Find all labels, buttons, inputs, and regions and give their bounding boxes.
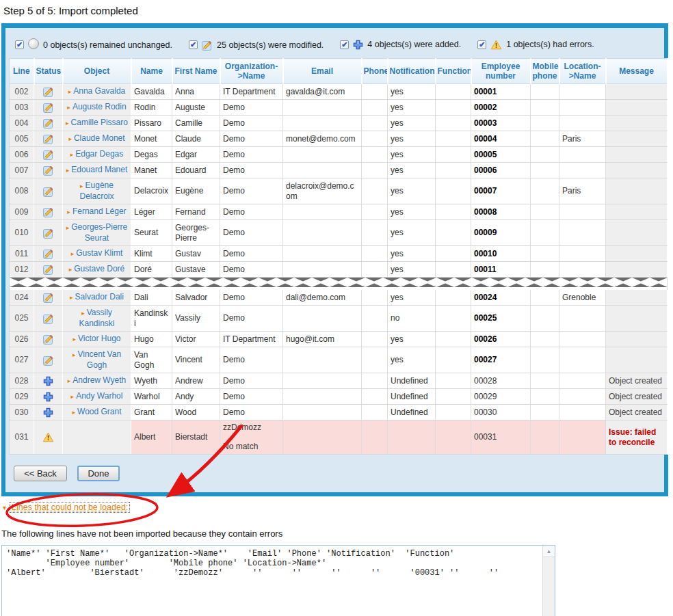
cell-mobile-phone [531, 332, 559, 347]
scrollbar[interactable]: ▲ [542, 546, 555, 616]
cell-message: Issue: failed to reconcile [606, 420, 668, 455]
column-header-location-name: Location->Name [559, 59, 606, 84]
cell-message [606, 147, 668, 163]
cell-email [283, 389, 362, 405]
cell-line: 004 [10, 116, 34, 131]
cell-object: ▸Georges-Pierre Seurat [63, 220, 131, 246]
object-link[interactable]: Camille Pissaro [71, 118, 128, 127]
table-row: 026▸Victor HugoHugoVictorIT Departmenthu… [10, 332, 668, 347]
cell-notification: yes [388, 347, 436, 373]
cell-employee-number: 00028 [471, 373, 531, 389]
cell-message [606, 290, 668, 306]
table-row: 011▸Gustav KlimtKlimtGustavDemoyes00010 [10, 246, 668, 262]
object-link[interactable]: Gustave Doré [74, 264, 124, 273]
object-link[interactable]: Auguste Rodin [72, 102, 127, 111]
object-link[interactable]: Edgar Degas [75, 149, 123, 159]
column-header-organization-name: Organization->Name [220, 59, 283, 84]
cell-email [283, 262, 362, 278]
cell-message [606, 116, 668, 131]
lines-not-loaded-link[interactable]: Lines that could not be loaded: [10, 502, 130, 513]
scroll-up-arrow-icon[interactable]: ▲ [543, 546, 555, 557]
cell-line: 006 [10, 147, 34, 163]
table-row: 029▸Andy WarholWarholAndyDemoUndefined00… [10, 389, 668, 405]
cell-name: Klimt [131, 246, 172, 262]
cell-first-name: Salvador [172, 290, 220, 306]
column-header-object: Object [63, 59, 131, 84]
cell-first-name: Camille [172, 116, 220, 131]
cell-name: Rodin [131, 100, 172, 116]
cell-object: ▸Gustave Doré [63, 262, 131, 278]
table-body: 002▸Anna GavaldaGavaldaAnnaIT Department… [10, 84, 668, 455]
cell-organization: IT Department [220, 332, 283, 347]
object-link[interactable]: Victor Hugo [78, 334, 120, 343]
summary-checkbox[interactable]: ✔ [189, 40, 198, 49]
column-header-status: Status [34, 59, 63, 84]
cell-function [436, 262, 471, 278]
column-header-name: Name [131, 59, 172, 84]
cell-employee-number: 00024 [471, 290, 531, 306]
cell-notification: yes [388, 220, 436, 246]
cell-email [283, 246, 362, 262]
column-header-mobile-phone: Mobile phone [531, 59, 559, 84]
object-link[interactable]: Edouard Manet [71, 165, 127, 174]
object-link[interactable]: Salvador Dali [75, 292, 124, 302]
object-link[interactable]: Georges-Pierre Seurat [71, 222, 127, 243]
table-row: 003▸Auguste RodinRodinAugusteDemoyes0000… [10, 100, 668, 116]
cell-message [606, 178, 668, 204]
object-link[interactable]: Anna Gavalda [73, 86, 125, 96]
summary-checkbox[interactable]: ✔ [477, 40, 486, 49]
cell-organization: Demo [220, 389, 283, 405]
done-button[interactable]: Done [77, 466, 120, 481]
cell-first-name: Edgar [172, 147, 220, 163]
cell-email: hugo@it.com [283, 332, 362, 347]
pencil-icon [43, 149, 54, 159]
cell-organization: Demo [220, 147, 283, 163]
object-link[interactable]: Andrew Wyeth [72, 375, 126, 385]
cell-status [34, 347, 63, 373]
cell-location [559, 246, 606, 262]
cell-notification: no [388, 306, 436, 332]
cell-notification: yes [388, 116, 436, 131]
cell-organization: Demo [220, 373, 283, 389]
cell-phone [362, 147, 388, 163]
table-row: 006▸Edgar DegasDegasEdgarDemoyes00005 [10, 147, 668, 163]
cell-email: monet@demo.com [283, 131, 362, 147]
object-link[interactable]: Vincent Van Gogh [77, 349, 121, 370]
cell-employee-number: 00007 [471, 178, 531, 204]
cell-message [606, 204, 668, 220]
cell-mobile-phone [531, 131, 559, 147]
cell-line: 024 [10, 290, 34, 306]
cell-message [606, 332, 668, 347]
object-link[interactable]: Eugène Delacroix [79, 180, 114, 201]
cell-email [283, 373, 362, 389]
raw-lines-text[interactable]: 'Name*' 'First Name*' 'Organization->Nam… [2, 546, 555, 616]
summary-item: ✔25 objects(s) were modified. [189, 40, 324, 51]
summary-checkbox[interactable]: ✔ [15, 40, 24, 49]
cell-name: Delacroix [131, 178, 172, 204]
cell-status [34, 373, 63, 389]
cell-object: ▸Claude Monet [63, 131, 131, 147]
cell-first-name: Gustave [172, 262, 220, 278]
object-link[interactable]: Claude Monet [74, 133, 125, 143]
cell-location: Paris [559, 178, 606, 204]
back-button[interactable]: << Back [14, 466, 67, 481]
bullet-arrow-icon: ▸ [68, 377, 71, 384]
cell-first-name: Edouard [172, 163, 220, 178]
column-header-email: Email [283, 59, 362, 84]
cell-notification: yes [388, 290, 436, 306]
object-link[interactable]: Gustav Klimt [76, 248, 122, 258]
summary-label: 25 objects(s) were modified. [217, 40, 324, 50]
cell-object: ▸Edouard Manet [63, 163, 131, 178]
cell-function [436, 347, 471, 373]
cell-organization: Demo [220, 100, 283, 116]
pencil-icon [43, 165, 54, 174]
object-link[interactable]: Wood Grant [77, 407, 121, 416]
object-link[interactable]: Fernand Léger [72, 206, 127, 216]
cell-phone [362, 347, 388, 373]
cell-employee-number: 00030 [471, 405, 531, 420]
raw-lines-box: 'Name*' 'First Name*' 'Organization->Nam… [1, 545, 555, 616]
pencil-icon [202, 40, 213, 51]
summary-checkbox[interactable]: ✔ [340, 40, 349, 49]
object-link[interactable]: Andy Warhol [76, 391, 122, 401]
bullet-arrow-icon: ▸ [72, 351, 76, 358]
